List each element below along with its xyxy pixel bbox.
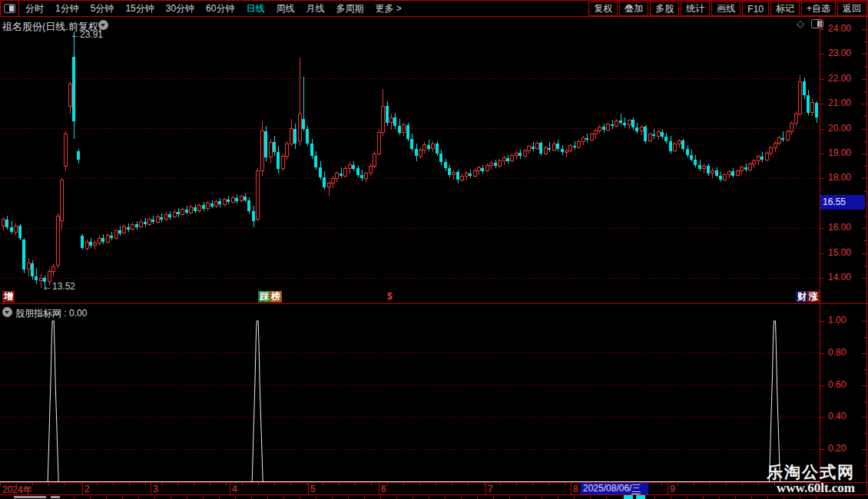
time-axis-month-separator — [668, 483, 668, 494]
indicator-axis-minor-tick — [863, 433, 866, 434]
app-window: 分时1分钟5分钟15分钟30分钟60分钟日线周线月线多周期更多 > 复权叠加多股… — [0, 0, 868, 499]
indicator-axis-tick — [820, 417, 824, 418]
price-axis-tick — [820, 278, 824, 279]
indicator-axis-minor-tick — [862, 449, 866, 450]
toolbar-item-2[interactable]: 5分钟 — [91, 2, 114, 15]
toolbar-item-3[interactable]: 15分钟 — [125, 2, 154, 15]
toolbar-button-3[interactable]: 统计 — [681, 2, 710, 16]
price-axis-label: 22.00 — [828, 73, 851, 84]
low-annotation: ←13.52 — [43, 281, 75, 292]
price-axis-label: 19.00 — [828, 147, 851, 158]
toolbar-item-10[interactable]: 更多 > — [375, 2, 401, 15]
indicator-axis-minor-tick — [862, 321, 866, 322]
time-axis-month-separator — [485, 483, 486, 494]
time-axis-ticks — [0, 483, 820, 486]
badge-orange: 榜 — [270, 291, 282, 302]
toolbar-item-4[interactable]: 30分钟 — [166, 2, 194, 15]
price-axis-minor-tick — [863, 266, 866, 266]
price-axis-label: 21.00 — [828, 97, 851, 108]
toolbar-button-1[interactable]: 叠加 — [619, 2, 648, 16]
toolbar-button-6[interactable]: 标记 — [770, 2, 800, 16]
indicator-axis-label: 0.60 — [828, 379, 846, 390]
indicator-axis-minor-tick — [862, 353, 866, 354]
price-axis-minor-tick — [863, 240, 866, 241]
indicator-axis-minor-tick — [863, 402, 866, 402]
layout-split-icon[interactable] — [4, 4, 15, 13]
time-axis-month-separator — [308, 483, 309, 494]
price-axis-minor-tick — [863, 41, 866, 42]
toolbar-button-4[interactable]: 画线 — [711, 2, 740, 16]
toolbar-button-group: 复权叠加多股统计画线F10标记+自选返回 — [588, 2, 866, 16]
price-axis-minor-tick — [863, 91, 866, 92]
indicator-axis-minor-tick — [863, 337, 866, 338]
indicator-chart[interactable] — [0, 304, 820, 482]
toolbar-item-0[interactable]: 分时 — [25, 2, 44, 15]
indicator-separator: : — [61, 308, 69, 319]
price-axis-tick — [820, 178, 824, 179]
price-axis-tick — [820, 154, 824, 154]
toolbar-button-5[interactable]: F10 — [742, 2, 769, 16]
time-axis-month-separator — [379, 483, 379, 494]
price-axis-minor-tick — [863, 216, 866, 216]
price-axis-minor-tick — [862, 104, 866, 104]
toolbar-button-7[interactable]: +自选 — [801, 2, 836, 16]
indicator-axis-minor-tick — [863, 465, 866, 466]
badge-green: 踩 — [258, 291, 270, 302]
window-right-border — [866, 17, 867, 494]
indicator-axis-tick — [820, 353, 824, 354]
toolbar-separator — [18, 1, 19, 16]
toolbar-button-2[interactable]: 多股 — [650, 2, 679, 16]
cutoff-strip-ticks — [74, 496, 820, 499]
watermark: 乐淘公式网 www.60lt.com — [767, 463, 855, 495]
badge-zeng: 增 — [2, 291, 15, 302]
price-axis-tick — [820, 228, 824, 229]
badge-zhang: 涨 — [807, 291, 820, 302]
price-axis-tick — [820, 54, 824, 55]
price-axis-minor-tick — [862, 154, 866, 154]
price-axis-label: 20.00 — [828, 123, 851, 134]
price-axis-label: 14.00 — [828, 272, 851, 283]
price-axis-minor-tick — [863, 141, 866, 142]
indicator-axis-minor-tick — [863, 369, 866, 370]
indicator-axis-tick — [820, 449, 824, 450]
time-axis-label-2: 2 — [84, 484, 90, 494]
toolbar-button-0[interactable]: 复权 — [588, 2, 618, 16]
price-axis-label: 24.00 — [828, 23, 851, 34]
price-axis-tick — [820, 79, 824, 80]
toolbar-button-8[interactable]: 返回 — [837, 2, 866, 16]
price-axis-label: 16.00 — [828, 222, 851, 233]
price-axis-label: 18.00 — [828, 172, 851, 183]
diamond-icon[interactable]: ◇ — [797, 18, 804, 28]
price-axis-minor-tick — [863, 67, 866, 68]
candlestick-chart[interactable] — [0, 17, 820, 304]
time-axis-label-9: 9 — [670, 484, 675, 494]
time-axis-label-4: 4 — [232, 484, 237, 494]
cutoff-text-remnant — [51, 496, 60, 498]
crosshair-weekday: 三 — [631, 483, 641, 494]
price-axis-minor-tick — [862, 278, 866, 279]
axis-separator-line — [820, 17, 820, 494]
toolbar-item-1[interactable]: 1分钟 — [55, 2, 79, 15]
collapse-indicator-pane-icon[interactable] — [2, 307, 12, 317]
price-axis-label: 23.00 — [828, 48, 851, 58]
pane-split-icon[interactable] — [811, 19, 823, 28]
toolbar-item-5[interactable]: 60分钟 — [206, 2, 234, 15]
toolbar-item-7[interactable]: 周线 — [276, 2, 294, 15]
time-axis-label-3: 3 — [153, 484, 158, 494]
cutoff-label-remnant — [636, 495, 645, 499]
toolbar-item-6[interactable]: 日线 — [246, 2, 264, 15]
price-axis-minor-tick — [862, 228, 866, 229]
price-axis-minor-tick — [862, 253, 866, 254]
price-axis-tick — [820, 129, 824, 130]
indicator-header: 股朋指标网 : 0.00 — [15, 307, 87, 320]
indicator-axis-label: 1.00 — [828, 315, 846, 326]
indicator-axis-label: 0.80 — [828, 347, 846, 358]
time-axis-month-separator — [82, 483, 83, 494]
price-axis-minor-tick — [862, 178, 866, 179]
time-axis-month-separator — [571, 483, 571, 494]
price-axis-minor-tick — [862, 129, 866, 130]
time-axis-bottom-line — [0, 494, 868, 495]
price-axis-minor-tick — [863, 166, 866, 167]
toolbar-item-9[interactable]: 多周期 — [336, 2, 363, 15]
toolbar-item-8[interactable]: 月线 — [306, 2, 324, 15]
